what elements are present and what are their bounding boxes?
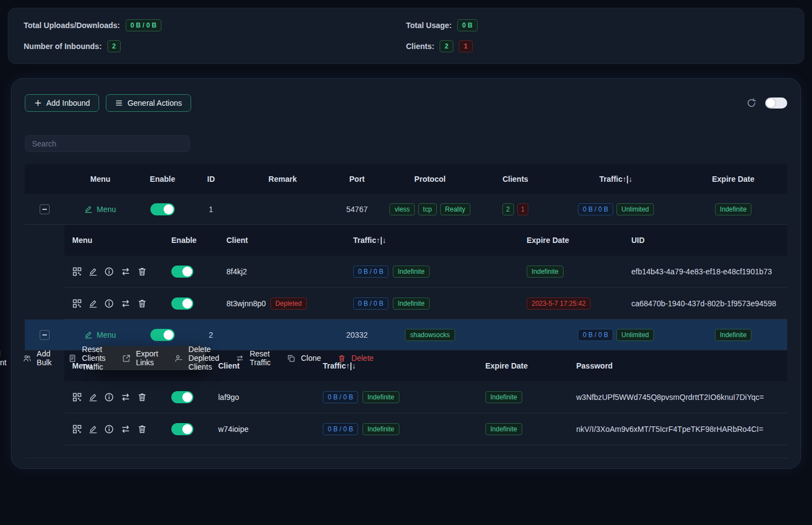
- trash-icon: [338, 354, 346, 362]
- expire-badge: Indefinite: [527, 266, 564, 278]
- column-header-menu: Menu: [64, 175, 136, 183]
- qrcode-icon[interactable]: [72, 424, 82, 434]
- trash-icon[interactable]: [137, 424, 147, 434]
- inbound-id: 2: [189, 331, 233, 339]
- collapse-row-button[interactable]: [40, 330, 50, 340]
- column-header-enable: Enable: [136, 175, 189, 183]
- client-traffic: 0 B / 0 B Indefinite: [315, 423, 478, 435]
- edit-pencil-icon[interactable]: [89, 393, 98, 402]
- inbound-menu-label: Menu: [96, 331, 116, 339]
- client-name: 8f4kj2: [219, 267, 345, 276]
- client-expire: Indefinite: [478, 391, 569, 403]
- swap-arrows-icon[interactable]: [121, 392, 131, 402]
- edit-pencil-icon: [84, 205, 93, 213]
- user-delete-icon: [175, 354, 183, 362]
- client-enable-toggle[interactable]: [171, 391, 193, 403]
- menu-item-add-bulk[interactable]: Add Bulk: [17, 349, 58, 367]
- expire-badge: Indefinite: [715, 203, 752, 215]
- inbound-traffic: 0 B / 0 B Unlimited: [553, 203, 679, 215]
- menu-item-delete[interactable]: Delete: [331, 349, 380, 367]
- client-expire: Indefinite: [478, 423, 569, 435]
- toolbar-right: [746, 98, 787, 109]
- info-icon[interactable]: [104, 424, 114, 434]
- clients-depleted-badge: 1: [517, 203, 529, 215]
- client-row[interactable]: 8t3wjnn8p0 Depleted 0 B / 0 B Indefinite…: [64, 288, 787, 320]
- swap-arrows-icon[interactable]: [121, 299, 131, 308]
- menu-item-label: Add Client: [0, 349, 7, 367]
- trash-icon[interactable]: [137, 267, 147, 277]
- toolbar: Add Inbound General Actions: [25, 94, 787, 112]
- info-icon[interactable]: [104, 299, 114, 308]
- refresh-icon[interactable]: [746, 98, 756, 108]
- inbound-protocol-tags: vless tcp Reality: [382, 203, 478, 215]
- inbounds-panel: Add Inbound General Actions Menu Enable …: [11, 78, 801, 469]
- client-row[interactable]: laf9go 0 B / 0 B Indefinite Indefinite w…: [64, 381, 787, 413]
- inbound-menu-button[interactable]: Menu: [84, 205, 116, 214]
- traffic-badge: 0 B / 0 B: [353, 266, 388, 278]
- info-icon[interactable]: [104, 267, 114, 277]
- protocol-tag: Reality: [440, 203, 470, 215]
- menu-item-export-links[interactable]: Export Links: [116, 349, 165, 367]
- traffic-badge: 0 B / 0 B: [578, 329, 613, 341]
- swap-arrows-icon[interactable]: [121, 424, 131, 434]
- subcol-header-expire-date: Expire Date: [478, 361, 569, 370]
- add-inbound-button[interactable]: Add Inbound: [25, 94, 99, 112]
- swap-arrows-icon[interactable]: [121, 267, 131, 277]
- inbound-traffic: 0 B / 0 B Unlimited: [553, 329, 679, 341]
- column-header-protocol: Protocol: [382, 175, 478, 183]
- client-expire: 2023-5-7 17:25:42: [519, 297, 624, 310]
- stat-number-of-inbounds: Number of Inbounds: 2: [24, 40, 406, 52]
- qrcode-icon[interactable]: [72, 267, 82, 277]
- menu-item-delete-depleted-clients[interactable]: Delete Depleted Clients: [168, 349, 226, 367]
- trash-icon[interactable]: [137, 299, 147, 308]
- client-actions: [64, 424, 164, 434]
- subcol-header-traffic-sort[interactable]: Traffic↑|↓: [345, 236, 519, 245]
- inbound-enable-toggle[interactable]: [150, 329, 175, 341]
- inbound-menu-button[interactable]: Menu: [84, 331, 116, 339]
- menu-item-reset-clients-traffic[interactable]: Reset Clients Traffic: [62, 349, 112, 367]
- qrcode-icon[interactable]: [72, 299, 82, 308]
- menu-item-clone[interactable]: Clone: [280, 349, 328, 367]
- inbound-row-2[interactable]: Menu 2 20332 shadowsocks 0 B / 0 B Unlim…: [25, 320, 787, 350]
- inbound-menu-label: Menu: [96, 205, 116, 214]
- subcol-header-password: Password: [569, 361, 787, 370]
- traffic-badge: 0 B / 0 B: [323, 423, 358, 435]
- client-enable-toggle[interactable]: [171, 423, 193, 435]
- inbound-enable-toggle[interactable]: [150, 203, 175, 215]
- copy-icon: [287, 354, 295, 362]
- edit-pencil-icon[interactable]: [89, 425, 98, 434]
- column-header-traffic-sort[interactable]: Traffic↑|↓: [553, 175, 679, 183]
- collapse-row-button[interactable]: [40, 204, 50, 214]
- client-row[interactable]: 8f4kj2 0 B / 0 B Indefinite Indefinite e…: [64, 256, 787, 288]
- stat-value-badge: 0 B / 0 B: [126, 19, 161, 31]
- info-icon[interactable]: [104, 392, 114, 402]
- menu-item-reset-traffic[interactable]: Reset Traffic: [229, 349, 277, 367]
- client-row[interactable]: w74ioipe 0 B / 0 B Indefinite Indefinite…: [64, 413, 787, 445]
- search-input[interactable]: [25, 135, 190, 152]
- table-footer: [25, 445, 787, 458]
- menu-item-label: Reset Traffic: [250, 349, 270, 367]
- clients-table-header: Menu Enable Client Traffic↑|↓ Expire Dat…: [64, 225, 787, 256]
- depleted-badge: Depleted: [270, 297, 307, 310]
- export-icon: [122, 354, 131, 362]
- traffic-limit-badge: Unlimited: [616, 329, 654, 341]
- menu-item-add-client[interactable]: Add Client: [0, 349, 13, 367]
- client-password: nkV/I/3XoAm9v6xMT/T5IcrF4TpeTKF98rHARbRo…: [569, 425, 787, 434]
- qrcode-icon[interactable]: [72, 392, 82, 402]
- client-enable-toggle[interactable]: [171, 297, 193, 310]
- inbound-port: 54767: [332, 205, 382, 214]
- column-header-id: ID: [189, 175, 233, 183]
- general-actions-button[interactable]: General Actions: [106, 94, 191, 112]
- general-actions-label: General Actions: [127, 99, 182, 107]
- inbound-row-1[interactable]: Menu 1 54767 vless tcp Reality 2 1 0 B /…: [25, 194, 787, 225]
- theme-toggle[interactable]: [765, 98, 787, 109]
- trash-icon[interactable]: [137, 392, 147, 402]
- client-enable-toggle[interactable]: [171, 266, 193, 278]
- edit-pencil-icon[interactable]: [89, 267, 98, 276]
- edit-pencil-icon[interactable]: [89, 299, 98, 308]
- client-name: w74ioipe: [210, 425, 315, 434]
- file-icon: [68, 354, 77, 362]
- stat-label: Total Uploads/Downloads:: [24, 21, 120, 30]
- column-header-port: Port: [332, 175, 382, 183]
- client-traffic: 0 B / 0 B Indefinite: [345, 266, 519, 278]
